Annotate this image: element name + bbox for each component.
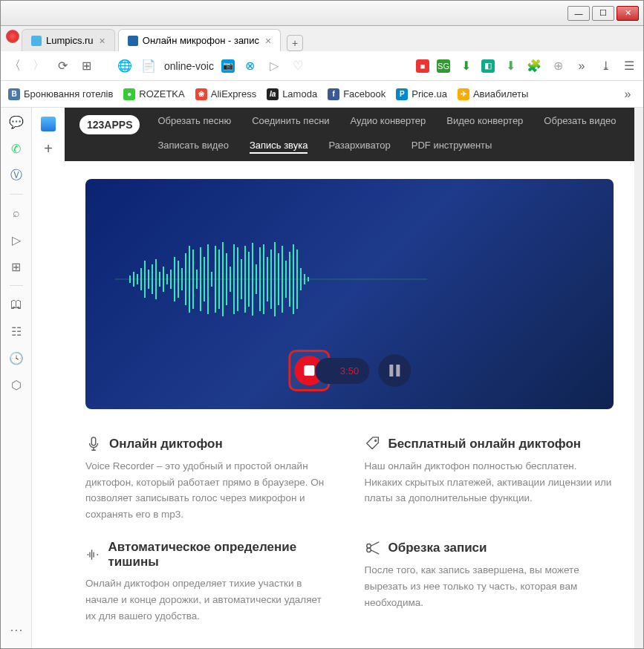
nav-link-active[interactable]: Запись звука: [250, 140, 308, 154]
feature-title: Бесплатный онлайн диктофон: [388, 437, 582, 451]
speed-dial-button[interactable]: ⊞: [78, 58, 94, 74]
toolbar: 〈 〉 ⟳ ⊞ 🌐 📄 online-voic 📷 ⊗ ▷ ♡ ■ SG ⬇ ◧…: [1, 51, 643, 81]
messenger-icon[interactable]: 💬: [8, 114, 25, 130]
feature-title: Обрезка записи: [388, 541, 487, 555]
stop-icon: [304, 365, 314, 376]
nav-link[interactable]: Записать видео: [157, 140, 228, 154]
feature-title: Онлайн диктофон: [109, 437, 223, 451]
waveform-icon: [115, 238, 427, 320]
favicon-icon: [128, 36, 138, 46]
bookmark-item[interactable]: ✈Авиабилеты: [458, 88, 528, 100]
forward-button[interactable]: 〉: [30, 58, 47, 74]
site-info-icon[interactable]: 📄: [140, 58, 157, 74]
feature-card: Бесплатный онлайн диктофон Наш онлайн ди…: [365, 436, 614, 522]
nav-link[interactable]: Аудио конвертер: [351, 115, 426, 126]
window-titlebar: — ☐ ✕: [1, 1, 643, 26]
separator: [10, 285, 23, 286]
extensions-icon[interactable]: ⬡: [8, 376, 25, 393]
camera-icon[interactable]: 📷: [221, 59, 235, 73]
bookmark-label: ROZETKA: [139, 88, 184, 100]
nav-link[interactable]: Видео конвертер: [446, 115, 523, 126]
bookmarks-more-icon[interactable]: »: [619, 86, 636, 102]
page-content: 123APPS Обрезать песню Соединить песни А…: [65, 108, 634, 648]
bookmark-label: AliExpress: [211, 88, 256, 100]
nav-link[interactable]: Соединить песни: [252, 115, 329, 126]
bookmarks-icon[interactable]: 🕮: [8, 296, 25, 313]
downloads-icon[interactable]: ⤓: [597, 58, 614, 74]
features-grid: Онлайн диктофон Voice Recorder – это удо…: [65, 427, 634, 633]
recorder-controls: 3:50: [288, 350, 411, 391]
sidebar-settings-icon[interactable]: ⋯: [10, 622, 23, 638]
feature-body: Онлайн диктофон определяет тихие участки…: [85, 575, 335, 624]
bookmark-label: Авиабилеты: [473, 88, 528, 100]
flow-icon[interactable]: ▷: [8, 232, 25, 248]
ext-icon[interactable]: SG: [437, 59, 450, 73]
address-text[interactable]: online-voic: [164, 60, 214, 72]
ext-icon[interactable]: ⬇: [502, 58, 518, 74]
tag-icon: [365, 436, 381, 452]
heart-icon[interactable]: ♡: [290, 58, 306, 74]
bookmark-label: Price.ua: [412, 88, 447, 100]
bookmark-item[interactable]: laLamoda: [267, 88, 317, 100]
browser-tab[interactable]: Lumpics.ru ×: [22, 29, 115, 51]
send-icon[interactable]: ▷: [266, 58, 282, 74]
easy-setup-icon[interactable]: ☰: [621, 58, 637, 74]
maximize-button[interactable]: ☐: [592, 6, 614, 21]
add-panel-icon[interactable]: +: [40, 140, 56, 157]
bookmark-icon: la: [267, 88, 279, 100]
nav-link[interactable]: Обрезать песню: [157, 115, 231, 126]
bookmark-item[interactable]: fFacebook: [328, 88, 386, 100]
bookmark-icon: ❀: [195, 88, 207, 100]
vk-icon[interactable]: Ⓥ: [8, 167, 25, 183]
opera-menu-icon[interactable]: [6, 30, 19, 43]
recorder-panel: 3:50: [85, 179, 614, 409]
opera-sidebar: 💬 ✆ Ⓥ ⌕ ▷ ⊞ 🕮 ☷ 🕓 ⬡ ⋯: [1, 108, 32, 648]
feature-card: Автоматическое определение тишины Онлайн…: [85, 540, 335, 624]
more-icon[interactable]: »: [573, 58, 590, 74]
pause-button[interactable]: [378, 354, 411, 387]
bookmark-item[interactable]: ●ROZETKA: [123, 88, 184, 100]
microphone-icon: [85, 436, 102, 452]
bookmark-item[interactable]: ❀AliExpress: [195, 88, 256, 100]
news-icon[interactable]: ☷: [8, 323, 25, 339]
block-icon[interactable]: ⊗: [242, 58, 258, 74]
feature-body: Наш онлайн диктофон полностью бесплатен.…: [365, 458, 614, 506]
reload-button[interactable]: ⟳: [54, 58, 71, 74]
puzzle-icon[interactable]: ⊕: [550, 58, 566, 74]
scrollbar[interactable]: [634, 108, 643, 648]
minimize-button[interactable]: —: [567, 6, 590, 21]
nav-link[interactable]: Разархиватор: [328, 140, 390, 154]
close-button[interactable]: ✕: [617, 6, 639, 21]
globe-icon[interactable]: 🌐: [117, 58, 133, 74]
whatsapp-icon[interactable]: ✆: [8, 140, 25, 157]
tab-title: Lumpics.ru: [46, 35, 94, 46]
separator: [10, 194, 23, 195]
bookmark-icon: B: [8, 88, 20, 100]
new-tab-button[interactable]: +: [287, 35, 303, 51]
bookmark-item[interactable]: PPrice.ua: [396, 88, 447, 100]
history-icon[interactable]: 🕓: [8, 350, 25, 366]
download-icon[interactable]: ⬇: [458, 58, 474, 74]
pause-icon: [389, 365, 393, 376]
translate-icon[interactable]: [41, 117, 56, 131]
nav-link[interactable]: PDF инструменты: [412, 140, 492, 154]
ext-icon[interactable]: 🧩: [526, 58, 542, 74]
ext-icon[interactable]: ■: [416, 59, 429, 73]
bookmark-item[interactable]: BБронювання готелів: [8, 88, 113, 100]
page-sidebar: +: [32, 108, 65, 648]
nav-link[interactable]: Обрезать видео: [544, 115, 616, 126]
ext-icon[interactable]: ◧: [481, 59, 495, 73]
search-icon[interactable]: ⌕: [8, 205, 25, 221]
scissors-icon: [365, 540, 381, 556]
site-nav: 123APPS Обрезать песню Соединить песни А…: [65, 108, 634, 161]
browser-tab[interactable]: Онлайн микрофон - запис ×: [118, 29, 281, 51]
bookmark-icon: ●: [123, 88, 135, 100]
tab-close-icon[interactable]: ×: [265, 35, 271, 47]
tab-close-icon[interactable]: ×: [100, 35, 105, 47]
feature-title: Автоматическое определение тишины: [108, 540, 335, 570]
bookmark-icon: f: [328, 88, 339, 100]
brand-logo[interactable]: 123APPS: [79, 115, 140, 134]
back-button[interactable]: 〈: [7, 58, 23, 74]
workspaces-icon[interactable]: ⊞: [8, 258, 25, 275]
bookmarks-bar: BБронювання готелів ●ROZETKA ❀AliExpress…: [1, 81, 643, 108]
